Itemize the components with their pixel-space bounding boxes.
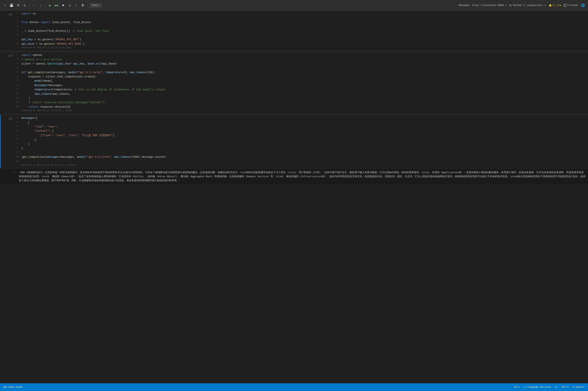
copy-icon[interactable]: ⧉ [15, 3, 21, 8]
line-6-2: 2 { [16, 120, 588, 125]
line-6-10: 10 get_completion(messages=messages, mod… [16, 155, 588, 159]
language-services: () Language Services [523, 386, 551, 389]
output-toggle[interactable]: ▾ [13, 170, 17, 183]
chevron-down-icon: ▾ [98, 4, 100, 7]
kernel-info[interactable]: Python 3 (ipykernel) ▾ [509, 4, 546, 7]
line-2-5: 5 def get_completion(messages, model="gp… [16, 70, 588, 75]
toolbar-right: Managed: http://localhost:8888 ▾ Python … [459, 3, 586, 8]
line-1-7: 7 api_key = os.getenv('OPENAI_API_KEY') [16, 37, 588, 42]
cell-gutter-2: [2] [0, 52, 14, 114]
cell-exec-label-1: [1] [8, 12, 12, 16]
cell-content-1[interactable]: 1 import os 2 3 from dotenv import load_… [14, 11, 588, 51]
line-2-11: 11 ) [16, 96, 588, 100]
line-6-3: 3 "role": "user", [16, 125, 588, 129]
cell-2[interactable]: [2] 1 import openai 2 # openai >= 1.0.0 … [0, 52, 588, 114]
statusbar: gpt-demo.ipynb 25:1 () Language Services… [0, 383, 588, 391]
cell-content-6[interactable]: 1 messages=[ 2 { 3 "role": "user", 4 "co… [14, 115, 588, 168]
line-6-4: 4 "content": [ [16, 129, 588, 133]
cell-6[interactable]: [6] 1 messages=[ 2 { 3 "role": "user", [0, 115, 588, 168]
output-text: 'DDD（领域驱动设计）分层架构是一种软件架构模式，旨在将软件系统按照不同的职责… [19, 170, 586, 183]
line-1-2: 2 [16, 16, 588, 20]
line-1-8: 8 api_base = os.getenv('OPENAI_API_BASE'… [16, 42, 588, 46]
bell-icon: 🔔 [549, 4, 552, 7]
cell-exec-label-6: [6] [8, 116, 12, 120]
line-2-1: 1 import openai [16, 53, 588, 57]
line-2-10: 10 max_tokens=max_tokens, [16, 92, 588, 96]
line-6-1: 1 messages=[ [16, 116, 588, 120]
spaces-info: 4 spaces* [572, 386, 585, 389]
line-6-8: 8 ] [16, 146, 588, 150]
warning-icon: ⚠ [555, 4, 556, 7]
cell-1[interactable]: [1] 1 import os 2 3 from dotenv import l… [0, 11, 588, 51]
cell-type-label: Code [92, 4, 98, 7]
notebook-area: [1] 1 import os 2 3 from dotenv import l… [0, 11, 588, 383]
cursor-position: 25:1 [514, 386, 520, 389]
warning-count: 2 [557, 4, 559, 7]
line-2-6: 6 response = client.chat.completions.cre… [16, 75, 588, 79]
chevron-up-icon[interactable]: ▲ [560, 4, 561, 7]
trusted-badge[interactable]: Trusted [564, 4, 578, 7]
cell-content-2[interactable]: 1 import openai 2 # openai >= 1.0.0 vers… [14, 52, 588, 114]
line-6-7: 7 } [16, 142, 588, 146]
code-block-1: 1 import os 2 3 from dotenv import load_… [16, 11, 588, 46]
code-block-6: 1 messages=[ 2 { 3 "role": "user", 4 "co… [16, 116, 588, 163]
paste-icon[interactable]: ⧈ [22, 3, 27, 8]
delete-icon[interactable]: 🗑 [80, 3, 85, 8]
checkmark-icon[interactable]: ✓ [74, 3, 79, 8]
cell-exec-label-2: [2] [8, 53, 12, 57]
trusted-label: Trusted [567, 4, 578, 7]
line-2-4: 4 [16, 66, 588, 70]
line-ending: LF [555, 386, 558, 389]
line-1-1: 1 import os [16, 11, 588, 16]
filename: gpt-demo.ipynb [3, 386, 22, 389]
trusted-checkbox[interactable] [564, 4, 566, 7]
sep1 [29, 3, 29, 7]
line-1-5: 5 _ = load_dotenv(find_dotenv()) # read … [16, 29, 588, 33]
statusbar-right: 25:1 () Language Services LF UTF-8 4 spa… [514, 386, 585, 389]
line-1-6: 6 [16, 33, 588, 37]
cell-divider-1 [0, 51, 588, 52]
cell-gutter-1: [1] [0, 11, 14, 51]
exec-time-1: Executed at 2025.01.15 10:29:02 in 12ms [16, 46, 588, 50]
notifications-area[interactable]: 🔔 2 ⚠ 2 ▲ [549, 4, 561, 7]
cell-gutter-6: [6] [0, 115, 14, 168]
kernel-label: Python 3 (ipykernel) [513, 4, 543, 7]
line-6-5: 5 {"type": "text", "text": "什么是 DDD 分层架构… [16, 133, 588, 138]
managed-url: Managed: http://localhost:8888 [459, 4, 504, 7]
move-down-icon[interactable]: ↓ [38, 3, 43, 8]
move-up-icon[interactable]: ↑ [31, 3, 37, 8]
line-2-8: 8 messages=messages, [16, 83, 588, 88]
line-1-3: 3 from dotenv import load_dotenv, find_d… [16, 20, 588, 24]
save-icon[interactable]: 💾 [9, 3, 14, 8]
line-2-9: 9 temperature=temperature, # this is the… [16, 88, 588, 92]
toolbar: ＋ 💾 ⧉ ⧈ ↑ ↓ ▶ ▶▶ ■ ↺ ✓ 🗑 Code ▾ Managed:… [0, 0, 588, 11]
chevron-down-icon[interactable]: ▾ [544, 4, 546, 7]
line-2-13: 13 return response.choices[0] [16, 105, 588, 109]
run-icon[interactable]: ▶ [47, 3, 53, 8]
line-2-12: 12 # return response.choices[0].message[… [16, 100, 588, 104]
code-block-2: 1 import openai 2 # openai >= 1.0.0 vers… [16, 53, 588, 109]
exec-time-2: Executed at 2025.01.15 10:29:05 in 935ms [16, 109, 588, 113]
line-2-2: 2 # openai >= 1.0.0 version [16, 57, 588, 62]
notification-count: 2 [553, 4, 554, 7]
stop-icon[interactable]: ■ [61, 3, 66, 8]
line-6-6: 6 ], [16, 138, 588, 142]
restart-icon[interactable]: ↺ [67, 3, 72, 8]
line-1-4: 4 [16, 24, 588, 29]
cell-divider-2 [0, 114, 588, 115]
output-area: ▾ 'DDD（领域驱动设计）分层架构是一种软件架构模式，旨在将软件系统按照不同的… [0, 168, 588, 185]
run-all-icon[interactable]: ▶▶ [54, 3, 59, 8]
encoding: UTF-8 [562, 386, 569, 389]
line-6-9: 9 [16, 150, 588, 155]
line-2-7: 7 model=model, [16, 79, 588, 83]
line-6-11: 11 [16, 159, 588, 163]
exec-time-6: Executed at 2025.01.15 10:32:43 in 4s 50… [16, 164, 588, 167]
globe-icon[interactable]: 🌐 [580, 3, 586, 8]
kernel-status-circle [509, 4, 511, 6]
cell-type-dropdown[interactable]: Code ▾ [89, 3, 102, 8]
chevron-down-icon[interactable]: ▾ [505, 4, 507, 7]
server-info[interactable]: Managed: http://localhost:8888 ▾ [459, 4, 507, 7]
line-2-3: 3 client = openai.OpenAI(api_key= api_ke… [16, 62, 588, 66]
add-cell-icon[interactable]: ＋ [2, 3, 8, 8]
